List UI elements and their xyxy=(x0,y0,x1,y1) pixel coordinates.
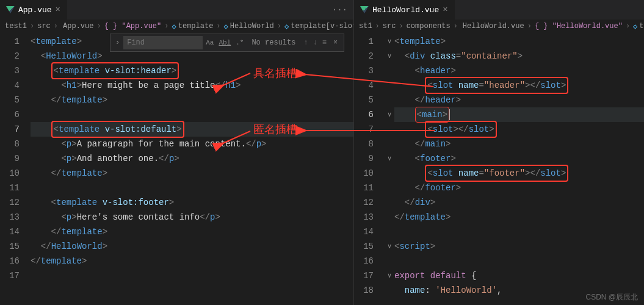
line-number-gutter: 1 2 3 4 5 6 7 8 9 10 11 12 13 14 15 16 1… xyxy=(0,33,31,305)
annotation-named-slot: 具名插槽 xyxy=(253,66,297,81)
tab-app-vue[interactable]: App.vue × xyxy=(0,0,67,20)
tab-bar-right: HelloWorld.vue × xyxy=(354,0,644,20)
tab-helloworld-vue[interactable]: HelloWorld.vue × xyxy=(354,0,455,20)
find-selection-icon[interactable]: ≡ xyxy=(320,38,328,47)
find-close-icon[interactable]: × xyxy=(330,38,341,47)
close-icon[interactable]: × xyxy=(443,5,447,15)
fold-column: ∨ ∨ ∨ ∨ ∨ ∨ xyxy=(385,33,394,305)
find-match-case[interactable]: Aa xyxy=(204,39,215,46)
text-cursor xyxy=(449,109,450,120)
code-area-left[interactable]: <template> <HelloWorld> <template v-slot… xyxy=(31,33,353,305)
breadcrumb-left[interactable]: test1› src› App.vue› { } "App.vue"› ◇tem… xyxy=(0,20,353,33)
find-results-text: No results xyxy=(247,38,300,47)
find-expand-icon[interactable]: › xyxy=(113,38,122,47)
close-icon[interactable]: × xyxy=(56,5,60,15)
red-highlight-box: <slot name="footer"></slot> xyxy=(425,165,568,182)
code-area-right[interactable]: <template> <div class="container"> <head… xyxy=(394,33,644,305)
tab-more-icon[interactable]: ··· xyxy=(326,5,353,15)
line-number-gutter: 1 2 3 4 5 6 7 8 9 10 11 12 13 14 15 16 1… xyxy=(354,33,385,305)
find-whole-word[interactable]: Abl xyxy=(217,39,233,46)
editor-pane-right: HelloWorld.vue × st1› src› components› H… xyxy=(354,0,644,305)
find-next-icon[interactable]: ↓ xyxy=(311,38,319,47)
find-prev-icon[interactable]: ↑ xyxy=(302,38,309,47)
breadcrumb-right[interactable]: st1› src› components› HelloWorld.vue› { … xyxy=(354,20,644,33)
watermark-text: CSDN @辰辰北 xyxy=(585,292,638,303)
tab-bar-left: App.vue × ··· xyxy=(0,0,353,20)
red-highlight-box: <template v-slot:header> xyxy=(51,62,179,79)
find-regex[interactable]: .* xyxy=(234,39,245,46)
vue-icon xyxy=(360,6,369,13)
red-highlight-box: <slot></slot> xyxy=(425,121,496,138)
annotation-anon-slot: 匿名插槽 xyxy=(253,122,297,137)
red-highlight-box: <template v-slot:default> xyxy=(51,121,184,138)
tab-label: App.vue xyxy=(18,5,52,15)
vue-icon xyxy=(6,6,15,13)
find-input[interactable] xyxy=(123,36,203,49)
editor-left[interactable]: 1 2 3 4 5 6 7 8 9 10 11 12 13 14 15 16 1… xyxy=(0,33,353,305)
editor-right[interactable]: 1 2 3 4 5 6 7 8 9 10 11 12 13 14 15 16 1… xyxy=(354,33,644,305)
red-highlight-box: <slot name="header"></slot> xyxy=(425,77,568,94)
tab-label: HelloWorld.vue xyxy=(372,5,439,15)
find-bar: › Aa Abl .* No results ↑ ↓ ≡ × xyxy=(110,34,344,52)
